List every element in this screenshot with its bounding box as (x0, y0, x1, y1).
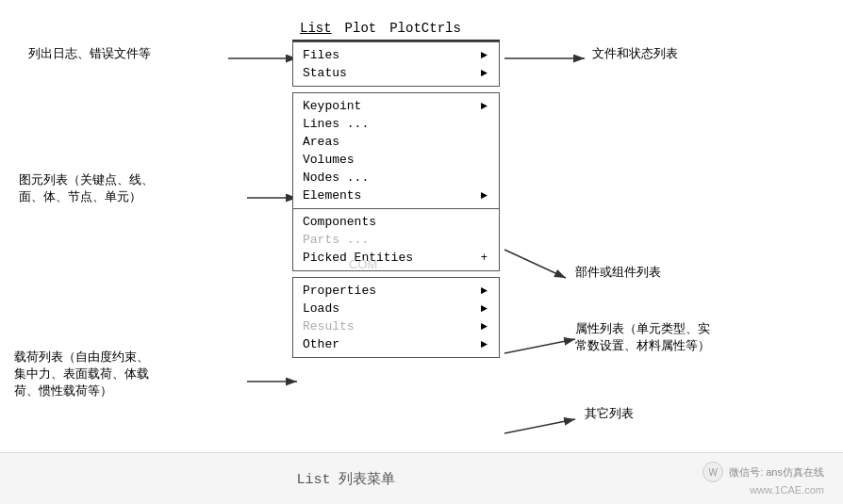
wechat-icon: W (702, 462, 723, 482)
menu-item-lines[interactable]: Lines ... (293, 115, 499, 133)
menu-container: List Plot PlotCtrls Files ► Status ► Key… (292, 17, 500, 358)
bottom-title: List 列表菜单 (296, 472, 395, 488)
plus-icon: + (481, 252, 488, 265)
bottom-section: List 列表菜单 W 微信号: ans仿真在线 www.1CAE.com (0, 452, 843, 504)
arrow-icon: ► (481, 285, 488, 298)
menu-item-areas[interactable]: Areas (293, 133, 499, 151)
menu-item-picked-entities[interactable]: Picked Entities + (293, 249, 499, 267)
annotation-bottom-right-bottom: 其它列表 (585, 405, 726, 422)
bottom-watermark-area: W 微信号: ans仿真在线 www.1CAE.com (673, 462, 824, 496)
annotation-bottom-right-top: 属性列表（单元类型、实 常数设置、材料属性等） (575, 320, 783, 354)
page-container: List Plot PlotCtrls Files ► Status ► Key… (0, 0, 843, 504)
bottom-title-area: List 列表菜单 (19, 470, 673, 488)
menu-bar-plot[interactable]: Plot (345, 21, 377, 36)
menu-item-components[interactable]: Components (293, 213, 499, 231)
menu-item-parts[interactable]: Parts ... (293, 231, 499, 249)
menu-watermark: COM (349, 257, 377, 271)
arrow-icon: ► (481, 100, 488, 113)
menu-item-results[interactable]: Results ► (293, 317, 499, 335)
menu-section-components: Components Parts ... Picked Entities + (292, 209, 500, 271)
menu-item-loads[interactable]: Loads ► (293, 300, 499, 317)
menu-item-status[interactable]: Status ► (293, 64, 499, 82)
menu-item-properties[interactable]: Properties ► (293, 282, 499, 300)
menu-section-files-status: Files ► Status ► (292, 41, 500, 87)
menu-item-other[interactable]: Other ► (293, 335, 499, 353)
menu-bar-list[interactable]: List (300, 21, 332, 36)
menu-bar: List Plot PlotCtrls (292, 17, 500, 41)
arrow-icon: ► (481, 67, 488, 80)
website-label: www.1CAE.com (750, 484, 824, 496)
svg-line-9 (504, 419, 575, 433)
wechat-label: 微信号: ans仿真在线 (729, 465, 824, 480)
menu-bar-plotctrls[interactable]: PlotCtrls (389, 21, 461, 36)
annotation-top-right: 文件和状态列表 (592, 45, 781, 62)
annotation-bottom-left: 载荷列表（自由度约束、 集中力、表面载荷、体载 荷、惯性载荷等） (14, 349, 222, 400)
svg-line-8 (504, 339, 575, 353)
menu-section-geometry: Keypoint ► Lines ... Areas Volumes Nodes… (292, 92, 500, 209)
annotation-top-left: 列出日志、错误文件等 (28, 45, 198, 62)
menu-item-elements[interactable]: Elements ► (293, 187, 499, 204)
svg-line-6 (504, 250, 566, 278)
arrow-icon: ► (481, 338, 488, 351)
annotation-mid-left: 图元列表（关键点、线、 面、体、节点、单元） (19, 171, 207, 205)
menu-item-files[interactable]: Files ► (293, 46, 499, 64)
menu-item-volumes[interactable]: Volumes (293, 151, 499, 169)
wechat-area: W 微信号: ans仿真在线 (702, 462, 824, 482)
menu-item-nodes[interactable]: Nodes ... (293, 169, 499, 187)
arrow-icon: ► (481, 302, 488, 316)
menu-item-keypoint[interactable]: Keypoint ► (293, 97, 499, 115)
arrow-icon: ► (481, 320, 488, 333)
arrow-icon: ► (481, 189, 488, 203)
menu-section-loads: Properties ► Loads ► Results ► Other ► (292, 277, 500, 358)
arrow-icon: ► (481, 49, 488, 62)
annotation-mid-right: 部件或组件列表 (575, 264, 764, 281)
